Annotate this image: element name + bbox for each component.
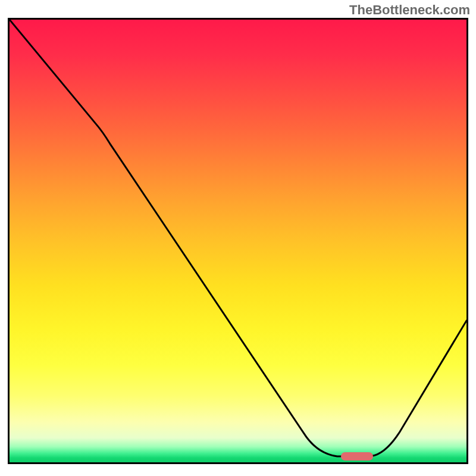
chart-curve-svg — [10, 20, 466, 462]
bottleneck-curve-line — [10, 20, 466, 456]
optimal-range-marker — [341, 452, 373, 461]
chart-plot-area — [8, 18, 468, 464]
watermark-text: TheBottleneck.com — [349, 2, 470, 18]
